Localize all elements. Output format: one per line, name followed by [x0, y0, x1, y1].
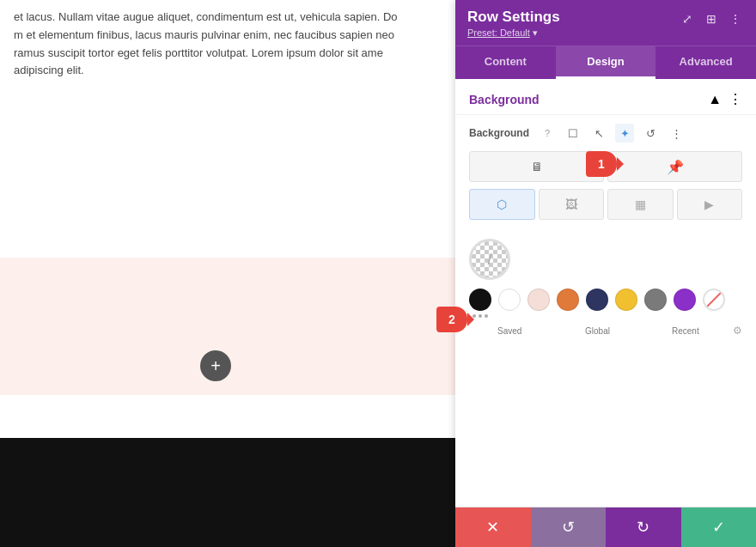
text-line-2: m et elementum finibus, lacus mauris pul… [14, 28, 394, 41]
dot-2 [479, 314, 482, 318]
page-content: et lacus. Nullam vitae augue aliquet, co… [0, 0, 455, 547]
row-settings-panel: Row Settings Preset: Default ▾ ⤢ ⊞ ⋮ Con… [455, 0, 756, 547]
panel-header-icons: ⤢ ⊞ ⋮ [679, 10, 744, 27]
background-section-header: Background ▲ ⋮ [455, 79, 756, 115]
swatch-dark-blue[interactable] [586, 289, 608, 311]
swatch-labels: Saved Global Recent ⚙ [469, 325, 742, 337]
fill-bucket-icon: ⬡ [497, 198, 507, 211]
swatch-light-pink[interactable] [527, 289, 550, 311]
panel-body: Background ▲ ⋮ Background ? ☐ ↖ ✦ ↺ ⋮ 🖥 [455, 79, 756, 507]
more-options-icon[interactable]: ⋮ [727, 10, 744, 27]
section-header-icons: ▲ ⋮ [708, 91, 742, 107]
more-bg-icon[interactable]: ⋮ [667, 124, 686, 143]
tab-design[interactable]: Design [556, 46, 656, 79]
background-section-title: Background [469, 93, 540, 106]
panel-footer: ✕ ↺ ↻ ✓ [455, 507, 756, 547]
save-button[interactable]: ✓ [681, 507, 757, 547]
image-bg-btn[interactable]: 🖼 [539, 189, 605, 220]
dots-row [469, 314, 742, 318]
resize-icon[interactable]: ⤢ [679, 10, 696, 27]
text-line-3: ramus suscipit tortor eget felis porttit… [14, 46, 383, 59]
redo-button[interactable]: ↻ [606, 507, 681, 547]
swatches-settings-icon[interactable]: ⚙ [733, 325, 742, 337]
image-icon: 🖼 [565, 198, 577, 211]
background-row: Background ? ☐ ↖ ✦ ↺ ⋮ [455, 115, 756, 148]
swatch-purple[interactable] [674, 289, 696, 311]
label-recent: Recent [645, 326, 726, 336]
swatch-black[interactable] [469, 289, 491, 311]
pin-btn[interactable]: 📌 [607, 151, 742, 182]
background-label: Background [469, 127, 529, 139]
panel-preset: Preset: Default ▾ [467, 27, 560, 39]
text-line-1: et lacus. Nullam vitae augue aliquet, co… [14, 10, 398, 23]
dot-3 [485, 314, 488, 318]
color-swatches [469, 289, 742, 311]
label-saved: Saved [469, 326, 550, 336]
swatch-orange[interactable] [557, 289, 579, 311]
grid-icon[interactable]: ⊞ [703, 10, 720, 27]
step-badge-1: 1 [586, 151, 617, 177]
panel-header: Row Settings Preset: Default ▾ ⤢ ⊞ ⋮ [455, 0, 756, 46]
tab-content[interactable]: Content [455, 46, 556, 79]
fill-bucket-btn[interactable]: ⬡ [469, 189, 535, 220]
device-row-2: ⬡ 🖼 ▦ ▶ [455, 185, 756, 223]
gradient-btn[interactable]: ▦ [607, 189, 674, 220]
reset-button[interactable]: ↺ [531, 507, 607, 547]
star-icon[interactable]: ✦ [615, 124, 634, 143]
text-line-4: adipiscing elit. [14, 64, 84, 76]
swatch-gray[interactable] [644, 289, 667, 311]
panel-tabs: Content Design Advanced [455, 46, 756, 79]
step-badge-2: 2 [436, 307, 467, 332]
mobile-icon[interactable]: ☐ [564, 124, 582, 143]
color-picker-area: / Saved [455, 230, 756, 345]
panel-title: Row Settings [467, 9, 560, 26]
swatch-yellow[interactable] [615, 289, 637, 311]
video-btn[interactable]: ▶ [677, 189, 743, 220]
color-slash-icon: / [487, 251, 491, 269]
desktop-btn[interactable]: 🖥 [469, 151, 604, 182]
label-global: Global [557, 326, 637, 336]
device-row-wrapper: 🖥 📌 1 [455, 148, 756, 185]
color-picker-main[interactable]: / [469, 239, 510, 280]
gradient-icon: ▦ [635, 198, 646, 211]
panel-title-block: Row Settings Preset: Default ▾ [467, 9, 560, 39]
help-icon[interactable]: ? [538, 124, 557, 143]
video-icon: ▶ [704, 198, 714, 211]
swatch-none[interactable] [703, 289, 725, 311]
section-more-icon[interactable]: ⋮ [729, 91, 742, 107]
cancel-button[interactable]: ✕ [455, 507, 531, 547]
pin-icon: 📌 [667, 159, 684, 175]
text-block: et lacus. Nullam vitae augue aliquet, co… [0, 0, 455, 88]
collapse-icon[interactable]: ▲ [708, 92, 722, 107]
desktop-icon: 🖥 [531, 160, 543, 173]
preset-link[interactable]: Preset: Default [467, 27, 530, 38]
reset-icon[interactable]: ↺ [641, 124, 660, 143]
swatch-white[interactable] [498, 289, 521, 311]
black-section [0, 438, 455, 547]
add-module-button[interactable]: + [200, 350, 231, 381]
cursor-icon[interactable]: ↖ [589, 124, 608, 143]
tab-advanced[interactable]: Advanced [655, 46, 756, 79]
